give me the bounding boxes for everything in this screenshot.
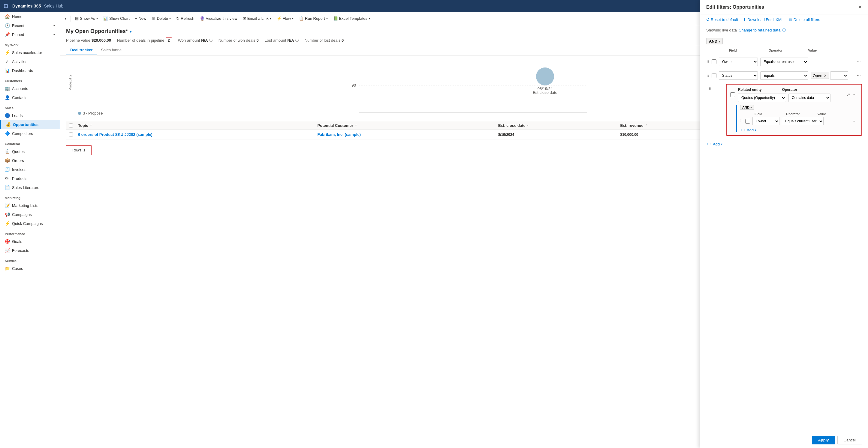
sub-filter-field-select[interactable]: Owner xyxy=(752,117,779,125)
sub-value-header: Value xyxy=(817,112,846,116)
delete-chevron: ▾ xyxy=(169,17,171,20)
sidebar-item-campaigns[interactable]: 📢 Campaigns xyxy=(0,210,60,219)
apply-button[interactable]: Apply xyxy=(812,436,835,444)
sub-add-chevron: ▾ xyxy=(755,128,756,132)
sidebar-item-leads[interactable]: 🔵 Leads xyxy=(0,111,60,120)
topic-link[interactable]: 6 orders of Product SKU JJ202 (sample) xyxy=(78,132,152,137)
filter-owner-more-button[interactable]: ··· xyxy=(856,59,862,65)
sub-filter-more-button[interactable]: ··· xyxy=(851,118,858,124)
show-as-button[interactable]: ▤ Show As ▾ xyxy=(73,15,100,22)
select-all-check[interactable] xyxy=(66,124,75,128)
info-icon: ⓘ xyxy=(782,28,786,33)
related-entity-operator-select[interactable]: Contains data xyxy=(788,94,831,102)
delete-all-filters-button[interactable]: 🗑 Delete all filters xyxy=(788,18,820,22)
won-amount: N/A xyxy=(201,38,208,43)
new-button[interactable]: + New xyxy=(133,15,149,22)
flow-button[interactable]: ⚡ Flow ▾ xyxy=(274,15,296,22)
competitors-icon: 🔷 xyxy=(5,131,10,136)
sidebar-item-invoices[interactable]: 🧾 Invoices xyxy=(0,165,60,174)
filter-live-data: Showing live data Change to retained dat… xyxy=(700,25,868,35)
excel-templates-button[interactable]: 📗 Excel Templates ▾ xyxy=(331,15,372,22)
sidebar-item-quick-campaigns[interactable]: ⚡ Quick Campaigns xyxy=(0,219,60,228)
status-open-remove[interactable]: ✕ xyxy=(824,73,827,78)
filter-add-button[interactable]: + + Add ▾ xyxy=(706,142,862,146)
filter-status-checkbox[interactable] xyxy=(712,73,716,78)
row-check[interactable] xyxy=(66,133,75,136)
sidebar-item-forecasts[interactable]: 📈 Forecasts xyxy=(0,246,60,255)
sidebar-item-dashboards[interactable]: 📊 Dashboards xyxy=(0,66,60,75)
products-icon: 🛍 xyxy=(5,176,10,181)
filter-column-headers: Field Operator Value xyxy=(706,48,862,52)
sub-and-badge-row: AND ▾ xyxy=(740,105,858,110)
filter-owner-field-select[interactable]: Owner xyxy=(719,58,758,66)
sales-lit-icon: 📄 xyxy=(5,185,10,190)
tab-sales-funnel[interactable]: Sales funnel xyxy=(97,45,127,55)
column-header-topic[interactable]: Topic ⌃ xyxy=(75,123,315,128)
customer-link[interactable]: Fabrikam, Inc. (sample) xyxy=(317,132,361,137)
related-entity-more-button[interactable]: ··· xyxy=(851,92,858,98)
lost-amount-info-icon[interactable]: ⓘ xyxy=(295,38,299,43)
sidebar-item-quotes[interactable]: 📋 Quotes xyxy=(0,147,60,156)
filter-body: AND ▾ Field Operator Value ⠿ xyxy=(700,35,868,432)
related-add-button[interactable]: + + Add ▾ xyxy=(740,128,756,132)
reset-to-default-button[interactable]: ↺ Reset to default xyxy=(706,18,738,22)
visualize-button[interactable]: 🔮 Visualize this view xyxy=(197,15,240,22)
sidebar-item-competitors[interactable]: 🔷 Competitors xyxy=(0,129,60,138)
page-title-dropdown[interactable]: ▾ xyxy=(130,29,132,34)
customers-section: Customers xyxy=(0,75,60,84)
service-section: Service xyxy=(0,255,60,264)
sidebar-item-home[interactable]: 🏠 Home xyxy=(0,12,60,21)
filter-status-operator-select[interactable]: Equals xyxy=(760,71,808,80)
refresh-button[interactable]: ↻ Refresh xyxy=(174,15,197,22)
delete-filters-icon: 🗑 xyxy=(788,18,793,22)
operator-header: Operator xyxy=(769,48,806,52)
filter-status-more-button[interactable]: ··· xyxy=(856,73,862,78)
back-button[interactable]: ‹ xyxy=(62,15,69,23)
filter-row-owner: ⠿ Owner Equals current user ··· xyxy=(706,56,862,67)
delete-button[interactable]: 🗑 Delete ▾ xyxy=(149,15,173,22)
filter-owner-operator-select[interactable]: Equals current user xyxy=(760,58,808,66)
column-header-date[interactable]: Est. close date ↑ xyxy=(496,123,618,128)
sidebar-item-marketing-lists[interactable]: 📝 Marketing Lists xyxy=(0,201,60,210)
email-link-button[interactable]: ✉ Email a Link ▾ xyxy=(240,15,274,22)
download-fetchxml-button[interactable]: ⬇ Download FetchXML xyxy=(743,18,784,22)
flow-chevron: ▾ xyxy=(292,17,293,20)
sidebar-item-sales-literature[interactable]: 📄 Sales Literature xyxy=(0,183,60,192)
sidebar-item-products[interactable]: 🛍 Products xyxy=(0,174,60,183)
sidebar-item-goals[interactable]: 🎯 Goals xyxy=(0,237,60,246)
related-entity-field-select[interactable]: Quotes (Opportunity) xyxy=(738,94,786,102)
won-amount-info-icon[interactable]: ⓘ xyxy=(209,38,213,43)
tab-deal-tracker[interactable]: Deal tracker xyxy=(66,45,97,55)
date-sort-icon: ↑ xyxy=(527,124,529,128)
select-all-checkbox[interactable] xyxy=(69,124,73,128)
filter-status-value-select[interactable] xyxy=(830,71,848,80)
won-deals-count: 0 xyxy=(257,38,259,43)
sidebar-item-recent[interactable]: 🕐 Recent ▾ xyxy=(0,21,60,30)
filter-status-field-select[interactable]: Status xyxy=(719,71,758,80)
cancel-button[interactable]: Cancel xyxy=(837,436,862,444)
sidebar-item-opportunities[interactable]: 💰 Opportunities xyxy=(0,120,60,129)
sidebar-item-accounts[interactable]: 🏢 Accounts xyxy=(0,84,60,93)
column-header-customer[interactable]: Potential Customer ⌃ xyxy=(315,123,496,128)
expand-icon[interactable]: ⤢ xyxy=(847,92,850,97)
sub-filter-operator-select[interactable]: Equals current user xyxy=(782,117,824,125)
sub-field-header: Field xyxy=(754,112,784,116)
and-badge[interactable]: AND ▾ xyxy=(706,38,723,44)
filter-group: AND ▾ Field Operator Value ⠿ xyxy=(706,38,862,146)
show-chart-button[interactable]: 📊 Show Chart xyxy=(101,15,132,22)
related-entity-checkbox[interactable] xyxy=(730,92,735,97)
sidebar-item-sales-accelerator[interactable]: ⚡ Sales accelerator xyxy=(0,48,60,57)
sidebar-item-cases[interactable]: 📁 Cases xyxy=(0,264,60,273)
change-retained-link[interactable]: Change to retained data xyxy=(739,28,781,32)
sidebar-item-orders[interactable]: 📦 Orders xyxy=(0,156,60,165)
sub-drag-handle-icon: ⠿ xyxy=(740,119,743,123)
filter-owner-checkbox[interactable] xyxy=(712,59,716,64)
sub-filter-checkbox[interactable] xyxy=(745,119,750,124)
sidebar-item-activities[interactable]: ✓ Activities xyxy=(0,57,60,66)
row-checkbox[interactable] xyxy=(69,133,73,136)
run-report-button[interactable]: 📋 Run Report ▾ xyxy=(297,15,330,22)
sidebar-item-contacts[interactable]: 👤 Contacts xyxy=(0,93,60,102)
sidebar-item-pinned[interactable]: 📌 Pinned ▾ xyxy=(0,30,60,39)
sub-and-badge[interactable]: AND ▾ xyxy=(740,105,754,110)
refresh-icon: ↻ xyxy=(176,16,180,21)
